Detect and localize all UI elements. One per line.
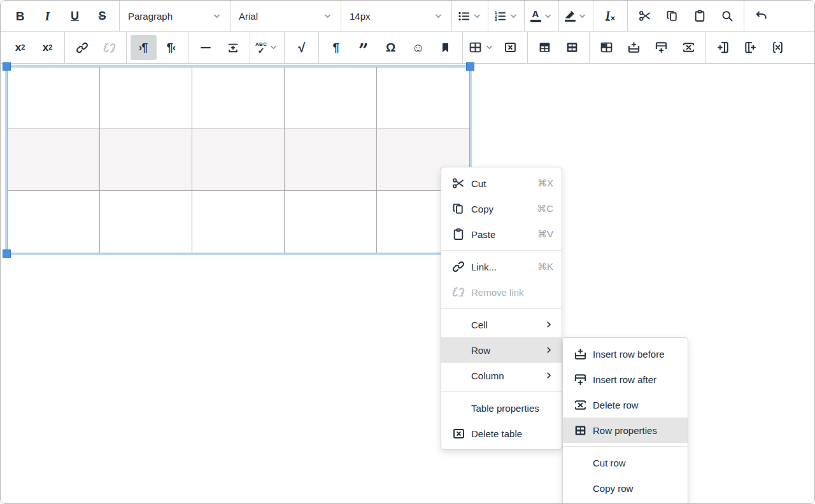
menu-item-label: Delete table xyxy=(471,428,553,439)
clear-formatting-button[interactable]: I× xyxy=(597,4,623,29)
table-cell[interactable] xyxy=(192,129,285,191)
table-resize-handle[interactable] xyxy=(3,249,11,258)
bullet-list-button[interactable] xyxy=(456,4,484,29)
cut-button[interactable] xyxy=(632,4,658,29)
underline-button[interactable]: U xyxy=(62,4,88,29)
blockquote-button[interactable]: ” xyxy=(350,35,376,60)
bold-button[interactable]: B xyxy=(7,4,33,29)
special-character-button[interactable]: Ω xyxy=(378,35,404,60)
table-icon xyxy=(468,40,483,55)
emoji-button[interactable]: ☺ xyxy=(405,35,431,60)
table-cell[interactable] xyxy=(285,129,377,191)
paste-row-before-menu-item[interactable]: Paste row before xyxy=(563,501,688,504)
table-cell-properties-button[interactable] xyxy=(593,35,620,60)
paste-button[interactable] xyxy=(686,4,712,29)
toolbar-group xyxy=(463,32,527,63)
table-cell[interactable] xyxy=(192,67,285,129)
ltr-direction-button[interactable]: ›¶ xyxy=(131,35,157,60)
row-submenu: Insert row beforeInsert row afterDelete … xyxy=(562,337,688,504)
insert-row-before-menu-item[interactable]: Insert row before xyxy=(563,341,688,367)
highlight-color-button[interactable] xyxy=(563,4,589,29)
anchor-button[interactable] xyxy=(432,35,458,60)
font-family-select[interactable]: Arial xyxy=(234,4,337,29)
search-button[interactable] xyxy=(714,4,740,29)
delete-table-button[interactable] xyxy=(497,35,523,60)
delete-table-menu-item[interactable]: Delete table xyxy=(441,421,562,446)
table-cell[interactable] xyxy=(285,67,377,129)
numbered-list-button[interactable]: 123 xyxy=(492,4,520,29)
table-resize-handle[interactable] xyxy=(3,62,11,71)
undo-button[interactable] xyxy=(748,4,774,29)
toolbar-group: Paragraph xyxy=(120,1,230,31)
block-format-select[interactable]: Paragraph xyxy=(123,4,227,29)
insert-row-before-button[interactable] xyxy=(621,35,647,60)
copy-icon xyxy=(665,9,679,23)
copy-button[interactable] xyxy=(659,4,685,29)
superscript-button[interactable]: x2 xyxy=(7,35,33,60)
link-menu-item[interactable]: Link...⌘K xyxy=(441,254,562,279)
table-row-properties-button[interactable] xyxy=(559,35,585,60)
table-cell[interactable] xyxy=(100,67,192,129)
paste-menu-item[interactable]: Paste⌘V xyxy=(441,221,562,247)
table-cell[interactable] xyxy=(8,129,100,191)
insert-link-button[interactable] xyxy=(69,35,95,60)
formula-icon: √ xyxy=(298,41,305,54)
insert-table-button[interactable] xyxy=(467,35,496,60)
subscript-button[interactable]: x2 xyxy=(34,35,60,60)
table-cell[interactable] xyxy=(285,191,377,253)
delete-row-button[interactable] xyxy=(676,35,702,60)
insert-row-after-menu-item[interactable]: Insert row after xyxy=(563,367,688,392)
table-properties-button[interactable] xyxy=(532,35,558,60)
toolbar-group: ›¶¶‹ xyxy=(127,32,188,63)
column-menu-item[interactable]: Column xyxy=(441,363,562,388)
table-properties-menu-item[interactable]: Table properties xyxy=(441,395,562,421)
copy-menu-item[interactable]: Copy⌘C xyxy=(441,196,562,221)
horizontal-rule-button[interactable] xyxy=(192,35,218,60)
insert-row-after-button[interactable] xyxy=(648,35,674,60)
menu-separator xyxy=(441,250,562,251)
font-family-value: Arial xyxy=(239,11,258,22)
table-cell[interactable] xyxy=(8,67,100,129)
table-cell[interactable] xyxy=(192,191,285,253)
table-cell[interactable] xyxy=(377,67,469,129)
unlink-icon xyxy=(451,285,465,299)
italic-button[interactable]: I xyxy=(34,4,60,29)
editor-canvas[interactable]: Cut⌘XCopy⌘CPaste⌘VLink...⌘KRemove linkCe… xyxy=(1,64,814,503)
paragraph-icon: ¶ xyxy=(332,41,339,53)
underline-icon: U xyxy=(71,10,79,22)
remove-link-menu-item[interactable]: Remove link xyxy=(441,279,562,305)
paragraph-marks-button[interactable]: ¶ xyxy=(323,35,349,60)
table-cell[interactable] xyxy=(8,191,100,253)
toolbar-group xyxy=(188,32,250,63)
toolbar-group: Arial xyxy=(230,1,341,31)
cut-menu-item[interactable]: Cut⌘X xyxy=(441,171,562,196)
inserted-table[interactable] xyxy=(7,67,470,253)
strikethrough-button[interactable]: S xyxy=(89,4,115,29)
delete-column-button[interactable] xyxy=(765,35,791,60)
table-resize-handle[interactable] xyxy=(466,62,474,71)
remove-link-button[interactable] xyxy=(96,35,122,60)
toolbar-group: 14px xyxy=(341,1,451,31)
insert-column-after-button[interactable] xyxy=(737,35,763,60)
emoji-icon: ☺ xyxy=(412,41,425,54)
text-color-button[interactable]: A xyxy=(528,4,555,29)
row-properties-menu-item[interactable]: Row properties xyxy=(563,417,688,443)
hr-icon xyxy=(199,41,213,55)
spellcheck-button[interactable]: ABC✓ xyxy=(254,35,280,60)
nonbreaking-space-button[interactable] xyxy=(220,35,246,60)
toolbar-group xyxy=(706,32,795,63)
font-size-select[interactable]: 14px xyxy=(344,4,448,29)
formula-button[interactable]: √ xyxy=(288,35,315,60)
delete-table-icon xyxy=(451,426,466,441)
rtl-direction-button[interactable]: ¶‹ xyxy=(158,35,184,60)
cut-row-menu-item[interactable]: Cut row xyxy=(563,450,688,475)
insert-column-before-button[interactable] xyxy=(710,35,736,60)
table-cell[interactable] xyxy=(100,129,192,191)
delete-row-menu-item[interactable]: Delete row xyxy=(563,392,688,417)
cell-menu-item[interactable]: Cell xyxy=(441,312,562,337)
table-cell[interactable] xyxy=(100,191,192,253)
copy-row-menu-item[interactable]: Copy row xyxy=(563,475,688,501)
row-menu-item[interactable]: Row xyxy=(441,337,562,363)
link-icon xyxy=(75,41,89,55)
paste-icon xyxy=(693,9,707,23)
